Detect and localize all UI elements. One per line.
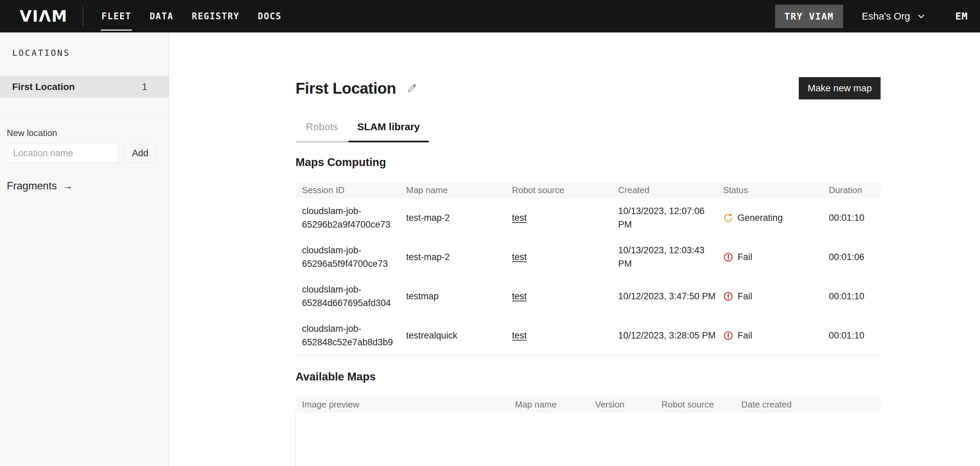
status-label: Fail: [738, 289, 752, 303]
column-header-created: Created: [612, 185, 717, 196]
nav-link-fleet[interactable]: FLEET: [101, 9, 132, 23]
add-location-button[interactable]: Add: [124, 144, 157, 163]
available-maps-header-row: Image preview Map name Version Robot sou…: [296, 397, 881, 413]
cell-session-id: cloudslam-job-65296a5f9f4700ce73: [296, 243, 400, 270]
column-header-image-preview: Image preview: [296, 399, 509, 410]
maps-computing-header-row: Session ID Map name Robot source Created…: [296, 182, 881, 198]
maps-computing-table: Session ID Map name Robot source Created…: [296, 182, 881, 355]
column-header-version: Version: [589, 399, 655, 410]
fail-alert-icon: [723, 291, 733, 302]
locations-section-title: LOCATIONS: [12, 48, 169, 58]
table-row: cloudslam-job-65296a5f9f4700ce73 test-ma…: [296, 237, 881, 277]
tab-slam-library[interactable]: SLAM library: [348, 121, 429, 142]
generating-refresh-icon: [723, 213, 733, 223]
cell-robot-source: test: [506, 329, 612, 342]
cell-session-id: cloudslam-job-652848c52e7ab8d3b9: [296, 322, 400, 349]
fragments-label: Fragments: [7, 180, 57, 192]
sidebar-item-first-location[interactable]: First Location 1: [0, 76, 169, 98]
table-row: cloudslam-job-65284d667695afd304 testmap…: [296, 277, 881, 316]
available-maps-heading: Available Maps: [296, 370, 881, 383]
cell-map-name: testmap: [400, 289, 506, 303]
robot-source-link[interactable]: test: [512, 331, 527, 340]
cell-duration: 00:01:10: [822, 289, 881, 303]
pencil-icon: [406, 83, 418, 94]
nav-divider: [83, 6, 83, 26]
nav-link-docs[interactable]: DOCS: [257, 9, 282, 23]
cell-map-name: test-map-2: [400, 211, 506, 224]
cell-map-name: test-map-2: [400, 250, 506, 264]
location-name: First Location: [12, 81, 75, 92]
cell-created: 10/12/2023, 3:28:05 PM: [612, 329, 717, 342]
column-header-robot-source: Robot source: [506, 185, 612, 196]
cell-status: Generating: [717, 211, 822, 224]
new-location-form: Add: [7, 144, 162, 163]
column-header-map-name: Map name: [509, 399, 589, 410]
cell-status: Fail: [717, 289, 822, 303]
fragments-link[interactable]: Fragments →: [7, 180, 73, 192]
new-location-section: New location Add: [7, 128, 162, 163]
try-viam-button[interactable]: TRY VIAM: [775, 5, 843, 28]
column-header-status: Status: [717, 185, 822, 196]
page-header: First Location Make new map: [296, 77, 881, 99]
column-header-map-name: Map name: [400, 185, 506, 196]
location-name-input[interactable]: [7, 144, 118, 163]
fail-alert-icon: [723, 252, 733, 262]
fail-alert-icon: [723, 331, 733, 341]
status-label: Generating: [738, 211, 783, 224]
edit-location-name-button[interactable]: [406, 83, 418, 94]
cell-duration: 00:01:10: [822, 329, 881, 342]
chevron-down-icon: [917, 12, 926, 21]
column-header-duration: Duration: [822, 185, 881, 196]
cell-status: Fail: [717, 329, 822, 342]
column-header-robot-source: Robot source: [655, 399, 735, 410]
available-maps-table: Image preview Map name Version Robot sou…: [296, 397, 881, 466]
cell-status: Fail: [717, 250, 822, 264]
robot-source-link[interactable]: test: [512, 252, 527, 262]
cell-session-id: cloudslam-job-65296b2a9f4700ce73: [296, 204, 400, 231]
arrow-right-icon: →: [62, 180, 73, 192]
cell-created: 10/13/2023, 12:07:06 PM: [612, 204, 717, 231]
column-header-session-id: Session ID: [296, 185, 400, 196]
cell-map-name: testrealquick: [400, 329, 506, 342]
cell-created: 10/12/2023, 3:47:50 PM: [612, 289, 717, 303]
user-menu[interactable]: EM: [955, 11, 968, 22]
robot-source-link[interactable]: test: [512, 213, 527, 223]
status-label: Fail: [738, 250, 752, 264]
page-title: First Location: [296, 79, 396, 97]
viam-logo[interactable]: VIΛM: [20, 0, 68, 32]
tab-robots[interactable]: Robots: [296, 121, 348, 142]
org-name: Esha's Org: [862, 11, 910, 22]
org-switcher[interactable]: Esha's Org: [862, 11, 926, 22]
main-panel: First Location Make new map Robots SLAM …: [169, 32, 980, 466]
nav-link-data[interactable]: DATA: [149, 9, 174, 23]
cell-created: 10/13/2023, 12:03:43 PM: [612, 243, 717, 270]
table-row: cloudslam-job-652848c52e7ab8d3b9 testrea…: [296, 316, 881, 355]
cell-session-id: cloudslam-job-65284d667695afd304: [296, 283, 400, 310]
location-tabs: Robots SLAM library: [296, 121, 881, 142]
cell-duration: 00:01:10: [822, 211, 881, 224]
status-label: Fail: [738, 329, 752, 342]
maps-computing-heading: Maps Computing: [296, 156, 881, 169]
nav-link-registry[interactable]: REGISTRY: [191, 9, 240, 23]
column-header-date-created: Date created: [735, 399, 881, 410]
nav-right-cluster: TRY VIAM Esha's Org EM: [775, 5, 968, 28]
cell-robot-source: test: [506, 289, 612, 303]
top-nav: VIΛM FLEET DATA REGISTRY DOCS TRY VIAM E…: [0, 0, 980, 32]
location-robot-count: 1: [142, 82, 147, 92]
locations-sidebar: LOCATIONS First Location 1 New location …: [0, 32, 169, 466]
make-new-map-button[interactable]: Make new map: [799, 77, 881, 99]
primary-nav: FLEET DATA REGISTRY DOCS: [101, 9, 282, 23]
cell-robot-source: test: [506, 211, 612, 224]
robot-source-link[interactable]: test: [512, 291, 527, 301]
new-location-label: New location: [7, 128, 162, 138]
available-maps-empty-body: [296, 413, 881, 466]
cell-robot-source: test: [506, 250, 612, 264]
table-row: cloudslam-job-65296b2a9f4700ce73 test-ma…: [296, 198, 881, 237]
sidebar-divider: [0, 115, 169, 116]
cell-duration: 00:01:06: [822, 250, 881, 264]
